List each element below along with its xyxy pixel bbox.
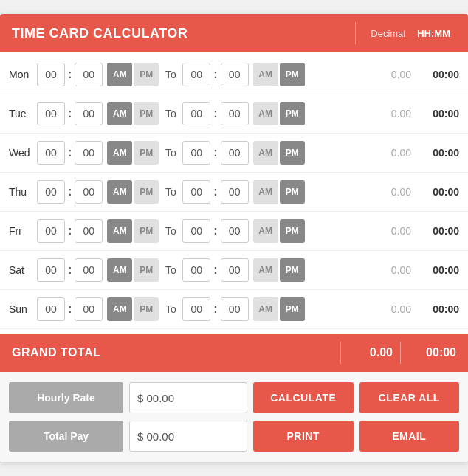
end-ampm-group: AM PM (253, 297, 305, 321)
row-hhmm-wed: 00:00 (411, 147, 459, 159)
end-pm-btn[interactable]: PM (280, 180, 305, 204)
end-pm-btn[interactable]: PM (280, 141, 305, 165)
colon: : (67, 224, 72, 238)
start-pm-btn[interactable]: PM (134, 219, 159, 243)
end-time-group: : AM PM (182, 297, 304, 321)
time-row: Thu : AM PM To : AM PM 0.00 (0, 173, 468, 212)
start-am-btn[interactable]: AM (107, 102, 132, 125)
start-pm-btn[interactable]: PM (134, 258, 159, 282)
end-am-btn[interactable]: AM (253, 180, 278, 204)
start-min-input[interactable] (75, 297, 103, 321)
row-decimal-thu: 0.00 (371, 186, 411, 198)
start-min-input[interactable] (75, 258, 103, 282)
end-am-btn[interactable]: AM (253, 219, 278, 243)
start-hour-input[interactable] (37, 180, 65, 204)
colon: : (67, 107, 72, 120)
end-hour-input[interactable] (182, 63, 210, 86)
end-ampm-group: AM PM (253, 180, 305, 204)
end-pm-btn[interactable]: PM (280, 63, 305, 86)
colon: : (67, 146, 72, 159)
day-label-sat: Sat (9, 264, 37, 276)
start-min-input[interactable] (75, 102, 103, 125)
end-min-input[interactable] (221, 141, 249, 165)
end-am-btn[interactable]: AM (253, 102, 278, 125)
calculator-container: TIME CARD CALCULATOR Decimal HH:MM Mon :… (0, 14, 468, 462)
end-min-input[interactable] (221, 219, 249, 243)
day-label-thu: Thu (9, 186, 37, 198)
hhmm-toggle-btn[interactable]: HH:MM (411, 25, 456, 42)
end-am-btn[interactable]: AM (253, 141, 278, 165)
start-hour-input[interactable] (37, 141, 65, 165)
end-hour-input[interactable] (182, 180, 210, 204)
start-min-input[interactable] (75, 63, 103, 86)
row-hhmm-mon: 00:00 (411, 69, 459, 80)
start-pm-btn[interactable]: PM (134, 141, 159, 165)
grand-total-bar: GRAND TOTAL 0.00 00:00 (0, 334, 468, 372)
start-ampm-group: AM PM (107, 258, 159, 282)
end-time-group: : AM PM (182, 219, 304, 243)
start-hour-input[interactable] (37, 63, 65, 86)
email-button[interactable]: EMAIL (359, 421, 460, 452)
start-min-input[interactable] (75, 219, 103, 243)
start-time-group: : AM PM (37, 180, 159, 204)
start-am-btn[interactable]: AM (107, 141, 132, 165)
start-am-btn[interactable]: AM (107, 258, 132, 282)
end-min-input[interactable] (221, 297, 249, 321)
start-pm-btn[interactable]: PM (134, 297, 159, 321)
end-am-btn[interactable]: AM (253, 297, 278, 321)
end-pm-btn[interactable]: PM (280, 219, 305, 243)
start-hour-input[interactable] (37, 102, 65, 125)
colon2: : (213, 68, 218, 81)
start-ampm-group: AM PM (107, 141, 159, 165)
start-am-btn[interactable]: AM (107, 219, 132, 243)
start-hour-input[interactable] (37, 258, 65, 282)
row-decimal-mon: 0.00 (371, 69, 411, 80)
end-am-btn[interactable]: AM (253, 63, 278, 86)
end-time-group: : AM PM (182, 258, 304, 282)
start-am-btn[interactable]: AM (107, 180, 132, 204)
grand-total-divider (340, 342, 341, 364)
colon2: : (213, 224, 218, 238)
end-min-input[interactable] (221, 102, 249, 125)
decimal-toggle-btn[interactable]: Decimal (365, 25, 411, 42)
start-pm-btn[interactable]: PM (134, 63, 159, 86)
start-hour-input[interactable] (37, 219, 65, 243)
start-am-btn[interactable]: AM (107, 297, 132, 321)
colon2: : (213, 107, 218, 120)
time-row: Sun : AM PM To : AM PM 0.00 (0, 290, 468, 329)
print-button[interactable]: PRINT (253, 421, 354, 452)
end-hour-input[interactable] (182, 297, 210, 321)
end-hour-input[interactable] (182, 219, 210, 243)
header: TIME CARD CALCULATOR Decimal HH:MM (0, 14, 468, 52)
start-pm-btn[interactable]: PM (134, 102, 159, 125)
calculate-button[interactable]: CALCULATE (253, 382, 354, 413)
row-hhmm-thu: 00:00 (411, 186, 459, 198)
end-min-input[interactable] (221, 258, 249, 282)
start-min-input[interactable] (75, 141, 103, 165)
row-hhmm-tue: 00:00 (411, 108, 459, 120)
end-ampm-group: AM PM (253, 219, 305, 243)
start-pm-btn[interactable]: PM (134, 180, 159, 204)
to-label: To (163, 108, 178, 120)
row-decimal-sat: 0.00 (371, 264, 411, 276)
end-min-input[interactable] (221, 63, 249, 86)
start-am-btn[interactable]: AM (107, 63, 132, 86)
end-hour-input[interactable] (182, 102, 210, 125)
end-am-btn[interactable]: AM (253, 258, 278, 282)
start-min-input[interactable] (75, 180, 103, 204)
hourly-rate-input[interactable] (129, 382, 247, 413)
end-hour-input[interactable] (182, 141, 210, 165)
to-label: To (163, 186, 178, 198)
end-pm-btn[interactable]: PM (280, 258, 305, 282)
start-hour-input[interactable] (37, 297, 65, 321)
bottom-section: Hourly Rate CALCULATE CLEAR ALL Total Pa… (0, 372, 468, 462)
end-hour-input[interactable] (182, 258, 210, 282)
end-min-input[interactable] (221, 180, 249, 204)
end-pm-btn[interactable]: PM (280, 297, 305, 321)
total-pay-input[interactable] (129, 421, 247, 452)
clear-all-button[interactable]: CLEAR ALL (359, 382, 460, 413)
end-pm-btn[interactable]: PM (280, 102, 305, 125)
grand-total-decimal: 0.00 (348, 346, 393, 359)
grand-total-label: GRAND TOTAL (12, 346, 333, 359)
row-hhmm-fri: 00:00 (411, 225, 459, 237)
